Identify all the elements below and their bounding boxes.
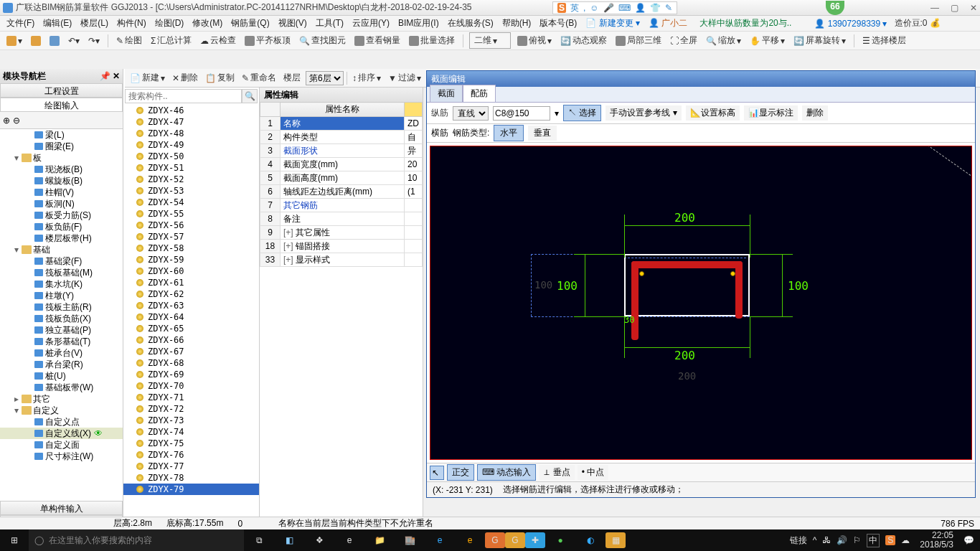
list-item[interactable]: ZDYX-65 (123, 323, 259, 334)
new-component-button[interactable]: 📄新建▾ (128, 71, 167, 85)
tree-node[interactable]: ▾基础 (0, 244, 123, 255)
pin-icon[interactable]: 📌 ✕ (100, 71, 120, 81)
tree-node[interactable]: 筏板负筋(X) (0, 313, 123, 324)
tree-node[interactable]: 条形基础(T) (0, 336, 123, 347)
property-row[interactable]: 7其它钢筋 (260, 199, 423, 212)
expand-icon[interactable]: ⊕ (3, 116, 10, 126)
tree-node[interactable]: 基础板带(W) (0, 382, 123, 393)
tree-node[interactable]: 板洞(N) (0, 198, 123, 209)
menu-bim[interactable]: BIM应用(I) (395, 16, 443, 31)
menu-help[interactable]: 帮助(H) (499, 16, 535, 31)
tray-icon[interactable]: 🖧 (822, 535, 831, 545)
list-item[interactable]: ZDYX-61 (123, 277, 259, 288)
rebar-left[interactable] (631, 261, 639, 340)
tree-node[interactable]: 柱墩(Y) (0, 290, 123, 301)
tab-project-settings[interactable]: 工程设置 (0, 83, 123, 98)
menu-edit[interactable]: 编辑(E) (39, 16, 75, 31)
select-button[interactable]: ↖ 选择 (563, 105, 601, 121)
tree-node[interactable]: 自定义面 (0, 439, 123, 451)
dropdown-icon[interactable]: ▾ (555, 108, 559, 118)
taskbar-app-icon[interactable]: 🏬 (395, 529, 425, 551)
property-row[interactable]: 1名称ZD (260, 117, 423, 131)
menu-view[interactable]: 视图(V) (275, 16, 311, 31)
menu-modify[interactable]: 修改(M) (189, 16, 226, 31)
maximize-icon[interactable]: ▢ (951, 3, 958, 13)
ime-lang[interactable]: 英 (570, 2, 579, 14)
property-row[interactable]: 6轴线距左边线距离(mm)(1 (260, 185, 423, 199)
tree-node[interactable]: 独立基础(P) (0, 324, 123, 336)
list-item[interactable]: ZDYX-62 (123, 288, 259, 300)
rebar-node[interactable] (730, 271, 735, 276)
delete-button[interactable]: ✕删除 (170, 71, 200, 85)
tree-node[interactable]: 筏板基础(M) (0, 267, 123, 278)
dim-bottom[interactable]: 200 (674, 349, 695, 362)
taskbar-app-icon[interactable]: e (334, 529, 364, 551)
show-dim-button[interactable]: 📊显示标注 (744, 105, 798, 121)
delete-rebar-button[interactable]: 删除 (802, 105, 828, 121)
list-item[interactable]: ZDYX-46 (123, 105, 259, 116)
list-item[interactable]: ZDYX-52 (123, 174, 259, 185)
rebar-node[interactable] (639, 271, 644, 276)
tree-node[interactable]: 板负筋(F) (0, 221, 123, 232)
list-item[interactable]: ZDYX-76 (123, 449, 259, 461)
taskbar-app-icon[interactable]: e (425, 529, 455, 551)
draw-button[interactable]: ✎绘图 (114, 34, 144, 47)
dim-right[interactable]: 100 (788, 279, 809, 293)
tree-node[interactable]: 自定义线(X)👁 (0, 428, 123, 439)
property-row[interactable]: 33[+] 显示样式 (260, 253, 423, 267)
dim-left[interactable]: 100 (557, 279, 578, 293)
list-item[interactable]: ZDYX-63 (123, 300, 259, 311)
ime-brand-icon[interactable]: S (557, 3, 566, 13)
menu-cloud[interactable]: 云应用(Y) (349, 16, 393, 31)
tree-node[interactable]: ▸其它 (0, 393, 123, 405)
property-row[interactable]: 2构件类型自 (260, 131, 423, 144)
list-item[interactable]: ZDYX-57 (123, 231, 259, 242)
component-list[interactable]: ZDYX-46ZDYX-47ZDYX-48ZDYX-49ZDYX-50ZDYX-… (123, 105, 259, 529)
tab-section[interactable]: 截面 (430, 85, 463, 102)
zoom-button[interactable]: 🔍缩放▾ (704, 34, 743, 47)
taskbar-app-icon[interactable]: e (455, 529, 485, 551)
tray-icon[interactable]: ⚐ (853, 535, 861, 545)
list-item[interactable]: ZDYX-66 (123, 334, 259, 346)
list-item[interactable]: ZDYX-69 (123, 369, 259, 380)
list-item[interactable]: ZDYX-48 (123, 128, 259, 139)
tree-node[interactable]: 自定义点 (0, 416, 123, 428)
taskbar-app-icon[interactable]: ❖ (304, 529, 334, 551)
batch-select-button[interactable]: 批量选择 (407, 34, 457, 47)
nav-tree[interactable]: 梁(L)圈梁(E)▾板现浇板(B)螺旋板(B)柱帽(V)板洞(N)板受力筋(S)… (0, 129, 123, 501)
open-button[interactable] (29, 35, 43, 47)
tree-node[interactable]: 板受力筋(S) (0, 209, 123, 221)
list-item[interactable]: ZDYX-70 (123, 380, 259, 392)
list-item[interactable]: ZDYX-71 (123, 392, 259, 403)
tree-node[interactable]: 柱帽(V) (0, 187, 123, 198)
tree-node[interactable]: 圈梁(E) (0, 141, 123, 152)
rename-button[interactable]: ✎重命名 (240, 71, 278, 85)
sum-button[interactable]: Σ 汇总计算 (149, 34, 194, 47)
list-item[interactable]: ZDYX-79 (123, 484, 259, 495)
drawing-canvas[interactable]: 200 200 100 100 200 100 30 (430, 146, 972, 460)
tree-node[interactable]: 梁(L) (0, 129, 123, 141)
tab-draw-input[interactable]: 绘图输入 (0, 98, 123, 112)
menu-rebar[interactable]: 钢筋量(Q) (227, 16, 273, 31)
select-floor-button[interactable]: ☰选择楼层 (860, 34, 908, 47)
pan-button[interactable]: ✋平移▾ (748, 34, 787, 47)
tree-node[interactable]: 集水坑(K) (0, 278, 123, 290)
list-item[interactable]: ZDYX-73 (123, 415, 259, 426)
rebar-right[interactable] (735, 261, 743, 319)
perpendicular-button[interactable]: ⊥ 垂点 (539, 465, 574, 480)
horizontal-button[interactable]: 水平 (494, 125, 524, 141)
menu-online[interactable]: 在线服务(S) (444, 16, 497, 31)
tree-node[interactable]: 筏板主筋(R) (0, 301, 123, 313)
list-item[interactable]: ZDYX-75 (123, 438, 259, 449)
list-item[interactable]: ZDYX-53 (123, 185, 259, 197)
tree-node[interactable]: 尺寸标注(W) (0, 451, 123, 462)
tree-node[interactable]: 楼层板带(H) (0, 232, 123, 244)
taskbar-app-icon[interactable]: 📁 (364, 529, 395, 551)
taskbar-search[interactable]: ◯ 在这里输入你要搜索的内容 (29, 529, 244, 551)
collapse-icon[interactable]: ⊖ (13, 116, 20, 126)
tree-node[interactable]: 承台梁(R) (0, 359, 123, 370)
property-table[interactable]: 属性名称 1名称ZD2构件类型自3截面形状异4截面宽度(mm)205截面高度(m… (260, 102, 423, 529)
list-item[interactable]: ZDYX-47 (123, 116, 259, 128)
list-item[interactable]: ZDYX-60 (123, 265, 259, 277)
list-item[interactable]: ZDYX-50 (123, 151, 259, 162)
